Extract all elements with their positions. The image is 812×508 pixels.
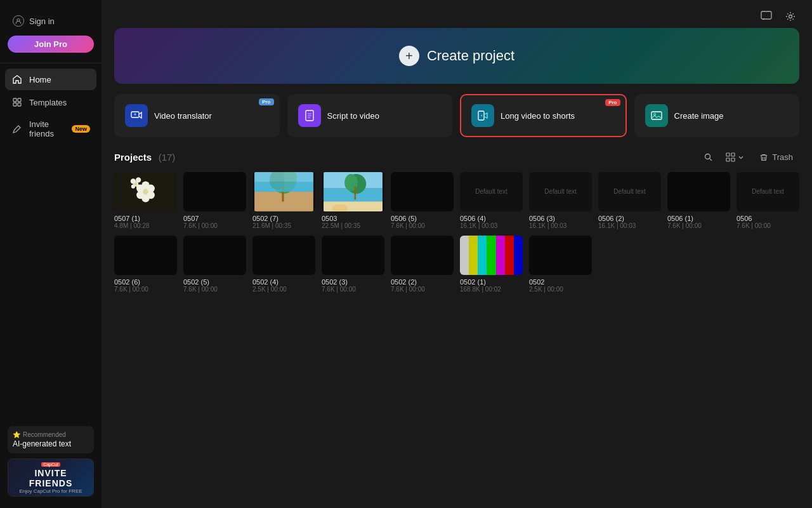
- project-item[interactable]: 0507 (1) 4.8M | 00:28: [114, 172, 177, 229]
- feature-card-video-translator[interactable]: Video translator Pro: [114, 94, 280, 137]
- feature-card-script-to-video[interactable]: Script to video: [287, 94, 453, 137]
- project-item[interactable]: 0502 2.5K | 00:00: [529, 236, 592, 293]
- project-meta: 7.6K | 00:00: [391, 286, 454, 293]
- chevron-down-icon: [738, 154, 744, 161]
- project-item[interactable]: 0507 7.6K | 00:00: [183, 172, 246, 229]
- feature-card-long-video-to-shorts[interactable]: Long video to shorts Pro: [460, 94, 627, 137]
- project-item[interactable]: 0506 (5) 7.6K | 00:00: [391, 172, 454, 229]
- project-item[interactable]: 0502 (4) 2.5K | 00:00: [252, 236, 315, 293]
- sidebar-item-templates[interactable]: Templates: [5, 91, 96, 113]
- svg-rect-3: [13, 103, 16, 106]
- project-item[interactable]: 0502 (7) 21.6M | 00:35: [252, 172, 315, 229]
- svg-rect-1: [13, 98, 16, 102]
- project-meta: 21.6M | 00:35: [252, 222, 315, 229]
- svg-rect-15: [726, 158, 730, 161]
- pro-badge-video-translator: Pro: [259, 98, 273, 105]
- top-bar: [114, 8, 799, 25]
- grid-icon: [726, 152, 735, 162]
- video-translator-icon: [125, 104, 148, 127]
- project-meta: 7.6K | 00:00: [667, 222, 730, 229]
- sidebar-item-invite[interactable]: Invite friends New: [5, 114, 96, 144]
- project-name: 0507: [183, 215, 246, 222]
- project-thumbnail: [183, 236, 246, 275]
- sidebar-item-home[interactable]: Home: [5, 69, 96, 90]
- trash-label: Trash: [772, 152, 793, 162]
- search-button[interactable]: [700, 150, 717, 164]
- invite-banner[interactable]: CapCut INVITE FRIENDS Enjoy CapCut Pro f…: [8, 458, 94, 497]
- sign-in-label: Sign in: [29, 17, 55, 26]
- project-item[interactable]: 0502 (2) 7.6K | 00:00: [391, 236, 454, 293]
- project-name: 0502 (7): [252, 215, 315, 222]
- svg-rect-39: [254, 182, 313, 191]
- project-item[interactable]: Default text 0506 (3) 16.1K | 00:03: [529, 172, 592, 229]
- svg-rect-16: [731, 158, 735, 161]
- project-name: 0506 (2): [598, 215, 661, 222]
- projects-title: Projects: [114, 152, 152, 163]
- invite-banner-line1: INVITE: [34, 468, 67, 478]
- project-thumbnail: [252, 236, 315, 275]
- projects-count: (17): [159, 152, 176, 163]
- project-meta: 4.8M | 00:28: [114, 222, 177, 229]
- project-thumbnail: Default text: [529, 172, 592, 211]
- project-item[interactable]: 0503 22.5M | 00:35: [322, 172, 384, 229]
- project-name: 0502 (5): [183, 278, 246, 286]
- sidebar: Sign in Join Pro Home Templates: [0, 0, 102, 508]
- project-name: 0506: [737, 215, 799, 222]
- project-thumbnail: [252, 172, 315, 211]
- svg-point-11: [653, 114, 655, 116]
- project-item[interactable]: 0502 (5) 7.6K | 00:00: [183, 236, 246, 293]
- project-item[interactable]: Default text 0506 7.6K | 00:00: [737, 172, 799, 229]
- svg-rect-10: [652, 112, 662, 119]
- trash-button[interactable]: Trash: [753, 150, 799, 164]
- project-name: 0506 (3): [529, 215, 592, 222]
- svg-point-30: [131, 185, 135, 189]
- project-item[interactable]: 0506 (1) 7.6K | 00:00: [667, 172, 730, 229]
- svg-rect-14: [731, 153, 735, 156]
- project-meta: 22.5M | 00:35: [322, 222, 384, 229]
- project-item[interactable]: Default text 0506 (2) 16.1K | 00:03: [598, 172, 661, 229]
- project-meta: 7.6K | 00:00: [322, 286, 384, 293]
- project-thumbnail: [114, 236, 177, 275]
- project-meta: 7.6K | 00:00: [183, 222, 246, 229]
- sidebar-home-label: Home: [29, 75, 51, 84]
- create-project-banner[interactable]: + Create project: [114, 28, 799, 84]
- project-thumbnail: [114, 172, 177, 211]
- project-thumbnail: [529, 236, 592, 275]
- svg-rect-38: [254, 172, 313, 182]
- project-meta: 2.5K | 00:00: [252, 286, 315, 293]
- project-item[interactable]: Default text 0506 (4) 16.1K | 00:03: [460, 172, 523, 229]
- recommended-title: AI-generated text: [13, 439, 89, 448]
- sidebar-nav: Home Templates Invite friends New: [0, 69, 102, 144]
- project-meta: 16.1K | 00:03: [460, 222, 523, 229]
- project-meta: 7.6K | 00:00: [183, 286, 246, 293]
- settings-icon[interactable]: [782, 8, 799, 25]
- project-name: 0502 (4): [252, 278, 315, 286]
- search-icon: [704, 152, 713, 162]
- join-pro-button[interactable]: Join Pro: [8, 36, 94, 53]
- project-name: 0502 (3): [322, 278, 384, 286]
- sign-in-row[interactable]: Sign in: [8, 11, 94, 30]
- project-name: 0506 (4): [460, 215, 523, 222]
- svg-rect-5: [761, 11, 771, 19]
- feature-card-create-image[interactable]: Create image: [634, 94, 800, 137]
- project-item[interactable]: 0502 (3) 7.6K | 00:00: [322, 236, 384, 293]
- grid-view-button[interactable]: [722, 150, 748, 164]
- recommended-box: ⭐ Recommended AI-generated text: [8, 426, 94, 453]
- templates-icon: [11, 97, 23, 108]
- home-icon: [11, 74, 23, 85]
- svg-rect-13: [726, 153, 730, 156]
- project-item[interactable]: 0502 (1) 168.8K | 00:02: [460, 236, 523, 293]
- project-meta: 168.8K | 00:02: [460, 286, 523, 293]
- project-thumbnail: [183, 172, 246, 211]
- recommended-label: ⭐ Recommended: [13, 431, 89, 438]
- star-icon: ⭐: [13, 431, 20, 438]
- invite-icon: [11, 123, 23, 135]
- svg-point-6: [789, 15, 792, 18]
- project-item[interactable]: 0502 (6) 7.6K | 00:00: [114, 236, 177, 293]
- new-badge: New: [72, 125, 90, 133]
- project-thumbnail: [391, 172, 454, 211]
- chat-icon[interactable]: [757, 8, 775, 25]
- project-thumbnail: Default text: [737, 172, 799, 211]
- long-video-to-shorts-icon: [471, 104, 494, 127]
- project-thumbnail: [667, 172, 730, 211]
